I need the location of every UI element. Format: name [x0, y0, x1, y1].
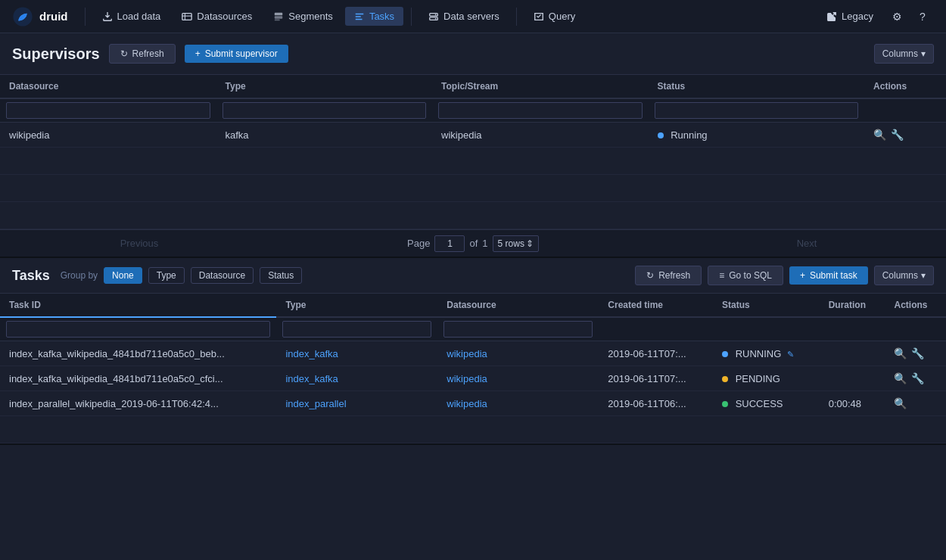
task-type-link-2[interactable]: index_parallel — [285, 398, 346, 409]
svg-point-10 — [435, 17, 437, 19]
task-datasource-link-2[interactable]: wikipedia — [447, 398, 487, 409]
task-row-1: index_kafka_wikipedia_4841bd711e0a5c0_cf… — [0, 366, 946, 391]
task-actions-0: 🔍 🔧 — [885, 341, 946, 366]
nav-query[interactable]: Query — [524, 7, 584, 26]
task-type-1: index_kafka — [276, 366, 437, 391]
col-task-datasource: Datasource — [437, 294, 599, 317]
task-type-2: index_parallel — [276, 391, 437, 416]
submit-task-button[interactable]: + Submit task — [789, 266, 868, 285]
help-button[interactable]: ? — [911, 5, 934, 28]
filter-topic-cell — [432, 98, 649, 123]
filter-task-id-input[interactable] — [6, 321, 270, 338]
view-icon-0[interactable]: 🔍 — [873, 129, 886, 141]
task-duration-0 — [820, 341, 885, 366]
nav-segments[interactable]: Segments — [264, 7, 342, 26]
page-info: Page of 1 5 rows ⇕ — [279, 235, 667, 252]
tasks-table: Task ID Type Datasource Created time Sta… — [0, 294, 946, 443]
filter-task-type-input[interactable] — [282, 321, 431, 338]
tasks-refresh-button[interactable]: ↻ Refresh — [635, 266, 702, 285]
settings-button[interactable]: ⚙ — [885, 5, 908, 28]
task-datasource-link-1[interactable]: wikipedia — [447, 373, 487, 384]
svg-rect-4 — [275, 12, 283, 15]
task-view-icon-1[interactable]: 🔍 — [894, 372, 907, 384]
filter-task-datasource-input[interactable] — [443, 321, 593, 338]
app-logo[interactable]: druid — [12, 6, 68, 27]
task-row-0: index_kafka_wikipedia_4841bd711e0a5c0_be… — [0, 341, 946, 366]
running-edit-icon-0[interactable]: ✎ — [787, 350, 794, 359]
task-action-icons-1: 🔍 🔧 — [894, 372, 937, 384]
refresh-icon-tasks: ↻ — [646, 270, 654, 281]
filter-topic-input[interactable] — [438, 102, 643, 119]
task-action-icons-0: 🔍 🔧 — [894, 347, 937, 359]
nav-right: Legacy ⚙ ? — [817, 5, 934, 28]
task-type-link-1[interactable]: index_kafka — [285, 373, 338, 384]
next-button[interactable]: Next — [667, 230, 946, 257]
task-created-1: 2019-06-11T07:... — [599, 366, 713, 391]
chevron-down-icon-tasks: ▾ — [921, 270, 926, 281]
task-view-icon-2[interactable]: 🔍 — [894, 397, 907, 409]
col-created-time: Created time — [599, 294, 713, 317]
tasks-table-wrapper: Task ID Type Datasource Created time Sta… — [0, 294, 946, 443]
filter-task-status-cell — [713, 317, 820, 341]
tasks-columns-button[interactable]: Columns ▾ — [874, 266, 934, 285]
nav-tasks[interactable]: Tasks — [345, 7, 403, 26]
col-task-type: Type — [276, 294, 437, 317]
navbar: druid Load data Datasources Segments Tas… — [0, 0, 946, 33]
tasks-section: Tasks Group by None Type Datasource Stat… — [0, 258, 946, 445]
svg-rect-1 — [182, 13, 191, 20]
go-to-sql-button[interactable]: ≡ Go to SQL — [708, 266, 783, 285]
tasks-filter-row — [0, 317, 946, 341]
sup-datasource-0: wikipedia — [0, 123, 216, 148]
empty-row-3 — [0, 202, 946, 229]
supervisors-pagination: Previous Page of 1 5 rows ⇕ Next — [0, 229, 946, 257]
supervisors-refresh-button[interactable]: ↻ Refresh — [109, 44, 176, 64]
filter-status-cell — [649, 98, 865, 123]
task-view-icon-0[interactable]: 🔍 — [894, 347, 907, 359]
supervisors-columns-button[interactable]: Columns ▾ — [874, 44, 934, 64]
col-datasource: Datasource — [0, 75, 216, 98]
filter-type-input[interactable] — [222, 102, 427, 119]
supervisors-title: Supervisors — [12, 45, 100, 63]
task-duration-1 — [820, 366, 885, 391]
task-edit-icon-0[interactable]: 🔧 — [911, 347, 924, 359]
group-datasource-button[interactable]: Datasource — [191, 267, 254, 284]
nav-data-servers[interactable]: Data servers — [419, 7, 509, 26]
filter-datasource-input[interactable] — [6, 102, 210, 119]
group-type-button[interactable]: Type — [148, 267, 185, 284]
tasks-title: Tasks — [12, 268, 50, 284]
page-number-input[interactable] — [434, 235, 465, 252]
sql-icon: ≡ — [719, 270, 724, 281]
task-datasource-1: wikipedia — [437, 366, 599, 391]
submit-supervisor-button[interactable]: + Submit supervisor — [185, 45, 288, 63]
group-none-button[interactable]: None — [104, 267, 142, 284]
col-actions: Actions — [864, 75, 946, 98]
nav-divider — [85, 8, 86, 26]
task-edit-icon-1[interactable]: 🔧 — [911, 372, 924, 384]
filter-status-input[interactable] — [655, 102, 859, 119]
filter-duration-cell — [820, 317, 885, 341]
empty-row-2 — [0, 175, 946, 202]
group-by-label: Group by — [61, 270, 98, 281]
edit-icon-0[interactable]: 🔧 — [891, 129, 904, 141]
sup-status-0: Running — [649, 123, 865, 148]
nav-divider-3 — [516, 8, 517, 26]
task-status-1: PENDING — [713, 366, 820, 391]
task-status-2: SUCCESS — [713, 391, 820, 416]
task-datasource-link-0[interactable]: wikipedia — [447, 348, 487, 359]
status-dot-success-2 — [722, 401, 728, 407]
rows-per-page-select[interactable]: 5 rows ⇕ — [493, 235, 539, 252]
svg-rect-6 — [275, 19, 280, 20]
refresh-icon: ↻ — [120, 48, 128, 59]
group-status-button[interactable]: Status — [260, 267, 302, 284]
svg-rect-7 — [430, 13, 438, 16]
task-type-link-0[interactable]: index_kafka — [285, 348, 338, 359]
nav-legacy[interactable]: Legacy — [817, 7, 882, 26]
sup-actions-0: 🔍 🔧 — [864, 123, 946, 148]
nav-load-data[interactable]: Load data — [93, 7, 170, 26]
filter-created-time-cell — [599, 317, 713, 341]
nav-datasources[interactable]: Datasources — [173, 7, 261, 26]
previous-button[interactable]: Previous — [0, 230, 279, 257]
task-id-2: index_parallel_wikipedia_2019-06-11T06:4… — [0, 391, 276, 416]
svg-rect-5 — [275, 16, 283, 19]
filter-type-cell — [216, 98, 433, 123]
